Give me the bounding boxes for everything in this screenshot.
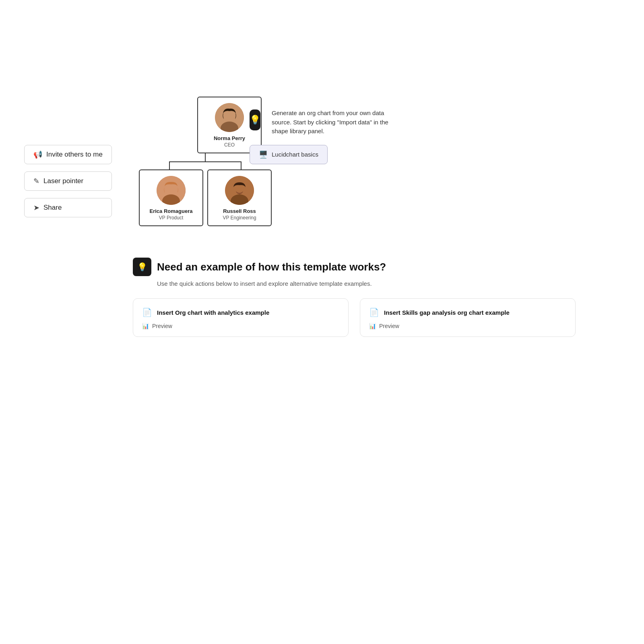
invite-others-button[interactable]: 📢 Invite others to me [24,145,112,164]
card2-insert-label: Insert Skills gap analysis org chart exa… [384,309,510,316]
monitor-icon: 🖥️ [259,150,268,159]
bottom-lightbulb-icon: 💡 [137,262,147,272]
info-panel: 💡 Generate an org chart from your own da… [250,109,402,164]
lucidchart-label: Lucidchart basics [272,151,318,158]
card2-insert-row: 📄 Insert Skills gap analysis org chart e… [369,308,566,317]
vp-product-avatar [157,176,186,205]
bottom-section: 💡 Need an example of how this template w… [133,258,576,337]
template-card-2[interactable]: 📄 Insert Skills gap analysis org chart e… [360,298,576,337]
share-icon: ➤ [33,203,39,212]
card1-insert-row: 📄 Insert Org chart with analytics exampl… [142,308,339,317]
right-down-connector [241,161,242,169]
vp-product-card[interactable]: Erica Romaguera VP Product [139,169,203,226]
template-card-1[interactable]: 📄 Insert Org chart with analytics exampl… [133,298,349,337]
ceo-avatar [215,103,244,132]
card2-preview-row[interactable]: 📊 Preview [369,323,566,329]
info-content: 💡 Generate an org chart from your own da… [250,109,402,136]
lightbulb-icon-box: 💡 [250,109,260,130]
vp-engineering-name: Russell Ross [223,208,256,214]
doc-icon-2: 📄 [369,308,379,317]
card1-preview-row[interactable]: 📊 Preview [142,323,339,329]
left-down-connector [169,161,170,169]
vp-engineering-title: VP Engineering [223,215,256,221]
children-row: Erica Romaguera VP Product Russ [139,169,272,226]
laser-pointer-button[interactable]: ✎ Laser pointer [24,171,112,191]
share-label: Share [43,204,62,212]
bottom-lightbulb-icon-box: 💡 [133,258,151,276]
bottom-subtitle: Use the quick actions below to insert an… [157,280,576,287]
lucidchart-basics-button[interactable]: 🖥️ Lucidchart basics [250,145,328,164]
vp-engineering-avatar [225,176,254,205]
vp-product-name: Erica Romaguera [150,208,193,214]
bottom-title: Need an example of how this template wor… [157,261,386,273]
card2-preview-label: Preview [379,323,399,329]
bottom-header: 💡 Need an example of how this template w… [133,258,576,276]
share-button[interactable]: ➤ Share [24,198,112,217]
laser-label: Laser pointer [43,177,83,185]
template-cards: 📄 Insert Org chart with analytics exampl… [133,298,576,337]
info-text: Generate an org chart from your own data… [272,109,402,136]
card1-insert-label: Insert Org chart with analytics example [157,309,269,316]
ceo-title: CEO [224,142,235,148]
doc-icon-1: 📄 [142,308,152,317]
left-panel: 📢 Invite others to me ✎ Laser pointer ➤ … [24,145,112,217]
pencil-icon: ✎ [33,177,39,186]
card1-preview-label: Preview [152,323,172,329]
invite-label: Invite others to me [46,151,103,159]
preview-icon-2: 📊 [369,323,376,329]
ceo-name: Norma Perry [214,135,245,141]
vp-product-title: VP Product [159,215,183,221]
megaphone-icon: 📢 [33,150,42,159]
vp-engineering-card[interactable]: Russell Ross VP Engineering [207,169,272,226]
lightbulb-icon: 💡 [250,115,260,125]
preview-icon-1: 📊 [142,323,149,329]
